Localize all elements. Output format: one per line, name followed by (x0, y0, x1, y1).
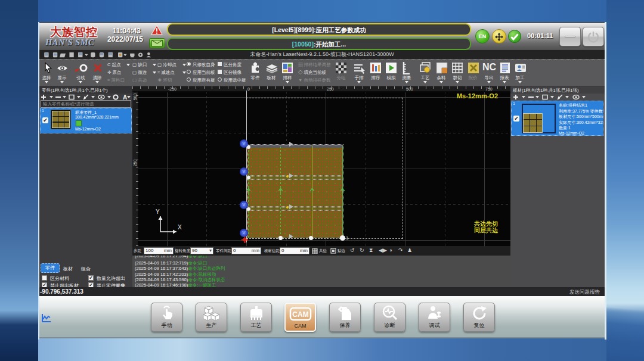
svg-text:CAM: CAM (292, 310, 308, 319)
svg-text:A: A (123, 94, 127, 100)
svg-text:Y: Y (156, 208, 160, 215)
svg-text:X: X (178, 224, 182, 231)
